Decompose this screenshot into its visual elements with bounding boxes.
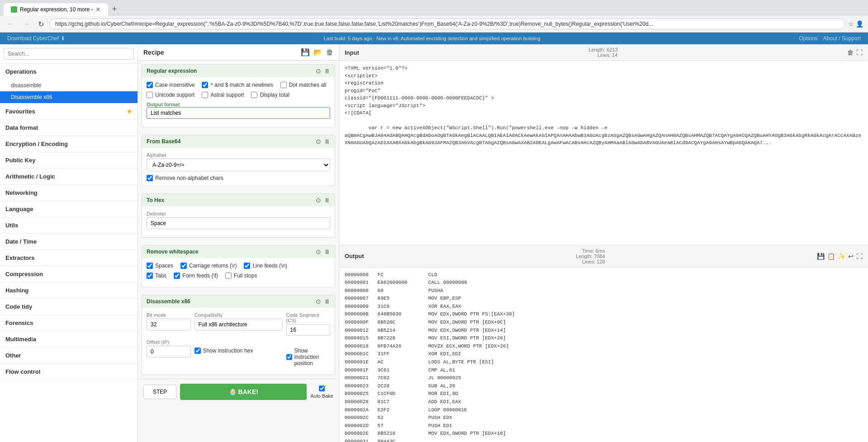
- remove-whitespace-remove-button[interactable]: ⏸: [324, 248, 330, 255]
- input-clear-button[interactable]: 🗑: [847, 49, 854, 56]
- sidebar-section-header-hashing[interactable]: Hashing: [0, 282, 138, 298]
- spaces-option[interactable]: Spaces: [147, 263, 173, 269]
- sidebar-item-disassemble-x86[interactable]: Disassemble x86: [0, 91, 138, 103]
- save-recipe-button[interactable]: 💾: [301, 48, 310, 56]
- to-hex-disable-button[interactable]: ⊙: [316, 197, 321, 204]
- output-undo-button[interactable]: ↩: [848, 253, 854, 260]
- form-feeds-checkbox[interactable]: [174, 273, 180, 279]
- remove-whitespace-card: Remove whitespace ⊙ ⏸ Spaces Carriage re…: [142, 245, 335, 287]
- remove-non-alpha-option[interactable]: Remove non-alphabet chars: [147, 175, 330, 181]
- download-link[interactable]: Download CyberChef ⬇: [7, 35, 65, 42]
- sidebar-section-forensics: Forensics: [0, 315, 138, 331]
- forward-button[interactable]: →: [20, 19, 33, 29]
- dot-matches-all-checkbox[interactable]: [280, 82, 287, 88]
- to-hex-remove-button[interactable]: ⏸: [324, 197, 330, 204]
- sidebar-section-header-language[interactable]: Language: [0, 201, 138, 217]
- sidebar-section-header-flow-control[interactable]: Flow control: [0, 364, 138, 380]
- sidebar-section-header-multimedia[interactable]: Multimedia: [0, 331, 138, 347]
- sidebar-item-disassemble[interactable]: disassemble: [0, 80, 138, 91]
- output-format-input[interactable]: [147, 107, 330, 119]
- output-expand-button[interactable]: ⛶: [856, 253, 863, 260]
- display-total-option[interactable]: Display total: [251, 92, 289, 98]
- regex-disable-button[interactable]: ⊙: [316, 67, 321, 75]
- output-magic-button[interactable]: ✨: [838, 253, 845, 260]
- line-feeds-option[interactable]: Line feeds (\n): [244, 263, 287, 269]
- show-instruction-position-option[interactable]: Show instruction position: [286, 348, 331, 367]
- case-insensitive-checkbox[interactable]: [147, 82, 153, 88]
- sidebar-section-header-datetime[interactable]: Date / Time: [0, 234, 138, 249]
- step-button[interactable]: STEP: [143, 385, 176, 399]
- from-base64-disable-button[interactable]: ⊙: [316, 138, 321, 145]
- options-link[interactable]: Options: [799, 35, 817, 42]
- astral-support-option[interactable]: Astral support: [202, 92, 244, 98]
- tabs-checkbox[interactable]: [147, 273, 153, 279]
- active-tab[interactable]: Regular expression, 10 more - ✕: [4, 3, 108, 16]
- sidebar-section-header-public-key[interactable]: Public Key: [0, 152, 138, 168]
- unicode-support-checkbox[interactable]: [147, 92, 153, 98]
- form-feeds-option[interactable]: Form feeds (\f): [174, 273, 218, 279]
- back-button[interactable]: ←: [5, 19, 17, 29]
- sidebar-section-header-forensics[interactable]: Forensics: [0, 315, 138, 331]
- show-instruction-hex-checkbox[interactable]: [194, 348, 201, 354]
- input-textarea[interactable]: <?XML version="1.0"?> <scriptlet> <regis…: [339, 61, 868, 245]
- sidebar-section-header-networking[interactable]: Networking: [0, 185, 138, 201]
- full-stops-option[interactable]: Full stops: [225, 273, 257, 279]
- bit-mode-input[interactable]: [147, 319, 191, 330]
- compatibility-input[interactable]: [194, 319, 283, 330]
- sidebar-section-header-other[interactable]: Other: [0, 348, 138, 363]
- code-segment-input[interactable]: [286, 324, 331, 336]
- full-stops-checkbox[interactable]: [225, 273, 232, 279]
- tabs-option[interactable]: Tabs: [147, 273, 166, 279]
- sidebar-section-header-operations[interactable]: Operations: [0, 64, 138, 80]
- open-recipe-button[interactable]: 📂: [313, 48, 323, 56]
- anchors-match-checkbox[interactable]: [202, 82, 208, 88]
- sidebar-section-header-code-tidy[interactable]: Code tidy: [0, 299, 138, 315]
- offset-input[interactable]: [147, 346, 191, 357]
- line-feeds-checkbox[interactable]: [244, 263, 250, 269]
- disassemble-remove-button[interactable]: ⏸: [324, 298, 330, 305]
- show-instruction-hex-option[interactable]: Show instruction hex: [194, 348, 283, 354]
- sidebar-section-header-extractors[interactable]: Extractors: [0, 250, 138, 266]
- carriage-returns-option[interactable]: Carriage returns (\r): [180, 263, 237, 269]
- from-base64-remove-button[interactable]: ⏸: [324, 138, 330, 145]
- dot-matches-all-option[interactable]: Dot matches all: [280, 82, 327, 88]
- profile-button[interactable]: 👤: [856, 20, 863, 28]
- delimiter-input[interactable]: [147, 217, 330, 229]
- remove-whitespace-disable-button[interactable]: ⊙: [316, 248, 321, 255]
- regex-remove-button[interactable]: ⏸: [324, 67, 330, 75]
- sidebar-section-header-favourites[interactable]: Favourites ★: [0, 103, 138, 119]
- url-bar[interactable]: [49, 19, 845, 29]
- sidebar-section-header-encryption[interactable]: Encryption / Encoding: [0, 136, 138, 152]
- refresh-button[interactable]: ↻: [35, 19, 47, 29]
- input-expand-button[interactable]: ⛶: [856, 49, 863, 56]
- sidebar-section-header-compression[interactable]: Compression: [0, 266, 138, 282]
- output-save-button[interactable]: 💾: [817, 253, 825, 260]
- bake-button[interactable]: 🧁 BAKE!: [180, 384, 307, 400]
- tab-title: Regular expression, 10 more -: [20, 6, 93, 13]
- about-support-link[interactable]: About / Support: [823, 35, 861, 42]
- sidebar-section-header-utils[interactable]: Utils: [0, 217, 138, 233]
- to-hex-card-body: Delimiter: [142, 207, 335, 237]
- display-total-checkbox[interactable]: [251, 92, 257, 98]
- tab-close-button[interactable]: ✕: [95, 6, 101, 13]
- astral-support-checkbox[interactable]: [202, 92, 208, 98]
- bookmark-button[interactable]: ☆: [848, 20, 854, 28]
- show-instruction-position-checkbox[interactable]: [286, 354, 292, 360]
- unicode-support-option[interactable]: Unicode support: [147, 92, 194, 98]
- remove-non-alpha-checkbox[interactable]: [147, 175, 153, 181]
- auto-bake-checkbox[interactable]: [319, 386, 325, 391]
- alphabet-select[interactable]: A-Za-z0-9+/=: [147, 159, 330, 171]
- clear-recipe-button[interactable]: 🗑: [326, 48, 333, 56]
- disassemble-disable-button[interactable]: ⊙: [316, 298, 321, 305]
- case-insensitive-option[interactable]: Case insensitive: [147, 82, 194, 88]
- search-input[interactable]: [4, 48, 134, 60]
- anchors-match-option[interactable]: ^ and $ match at newlines: [202, 82, 273, 88]
- output-meta: Time: 6ms Length: 7084 Lines: 128: [576, 248, 605, 264]
- carriage-returns-checkbox[interactable]: [180, 263, 187, 269]
- sidebar-section-header-arithmetic[interactable]: Arithmetic / Logic: [0, 169, 138, 184]
- spaces-checkbox[interactable]: [147, 263, 153, 269]
- sidebar-section-header-data-format[interactable]: Data format: [0, 120, 138, 136]
- recipe-title: Recipe: [143, 49, 164, 56]
- output-copy-button[interactable]: 📋: [827, 253, 835, 260]
- new-tab-button[interactable]: +: [108, 3, 120, 16]
